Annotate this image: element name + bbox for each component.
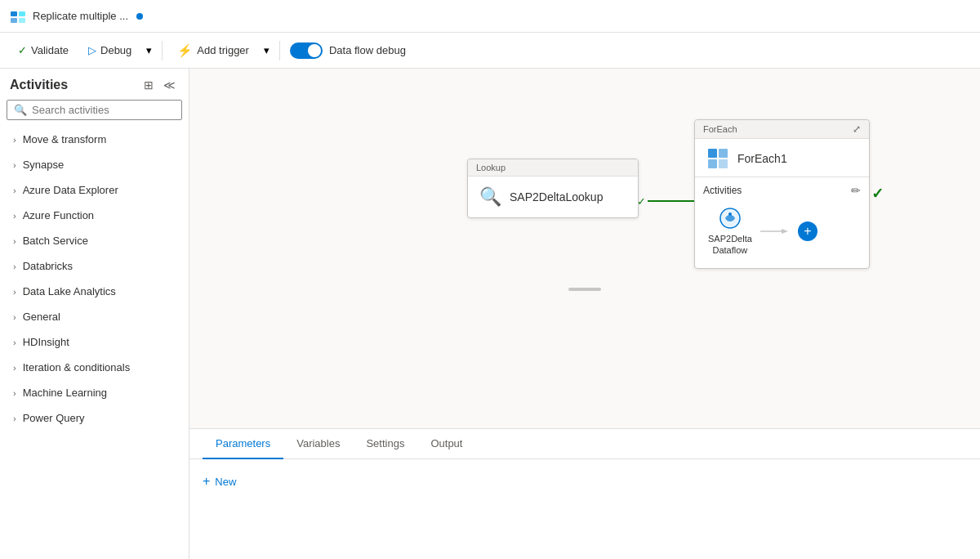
- data-flow-debug-toggle-container: Data flow debug: [290, 42, 406, 59]
- sidebar-item-machine-learning[interactable]: › Machine Learning: [0, 380, 189, 405]
- sidebar-item-power-query[interactable]: › Power Query: [0, 405, 189, 431]
- bottom-panel: Parameters Variables Settings Output + N…: [189, 428, 980, 559]
- svg-rect-0: [11, 11, 17, 16]
- foreach-node[interactable]: ForEach ⤢ ForEach1 Activities: [694, 119, 870, 269]
- inner-activities: SAP2Delta Dataflow +: [703, 203, 861, 260]
- sidebar-item-move-transform[interactable]: › Move & transform: [0, 127, 189, 152]
- sidebar-item-data-lake-analytics[interactable]: › Data Lake Analytics: [0, 279, 189, 304]
- pipeline-canvas[interactable]: Lookup 🔍 SAP2DeltaLookup ✓ ForEach ⤢: [189, 69, 980, 428]
- lookup-node[interactable]: Lookup 🔍 SAP2DeltaLookup: [467, 159, 639, 218]
- chevron-icon: ›: [13, 414, 16, 423]
- chevron-icon: ›: [13, 135, 16, 145]
- sidebar-item-hdinsight[interactable]: › HDInsight: [0, 329, 189, 355]
- sidebar-item-synapse[interactable]: › Synapse: [0, 152, 189, 177]
- add-activity-button[interactable]: +: [798, 221, 817, 241]
- sidebar-item-azure-function[interactable]: › Azure Function: [0, 203, 189, 228]
- lookup-node-body: 🔍 SAP2DeltaLookup: [468, 177, 638, 217]
- search-box: 🔍: [7, 100, 182, 120]
- sidebar-item-label: Data Lake Analytics: [23, 285, 116, 297]
- validate-button[interactable]: ✓ Validate: [10, 40, 77, 60]
- sidebar-filter-button[interactable]: ⊞: [140, 77, 157, 93]
- svg-rect-1: [11, 18, 17, 23]
- new-button-label: New: [215, 476, 236, 488]
- debug-dropdown-button[interactable]: ▾: [143, 40, 155, 60]
- top-bar: Replicate multiple ...: [0, 0, 980, 33]
- sidebar-item-iteration-conditionals[interactable]: › Iteration & conditionals: [0, 355, 189, 380]
- sidebar-items-list: › Move & transform › Synapse › Azure Dat…: [0, 127, 189, 559]
- sidebar-item-label: Iteration & conditionals: [23, 361, 131, 373]
- svg-marker-13: [782, 229, 788, 234]
- sidebar-item-label: HDInsight: [23, 336, 69, 348]
- sidebar-item-azure-data-explorer[interactable]: › Azure Data Explorer: [0, 177, 189, 203]
- foreach-icon: [706, 147, 729, 170]
- svg-point-11: [728, 212, 732, 216]
- scroll-hint: [568, 288, 601, 291]
- lookup-node-header: Lookup: [468, 159, 638, 177]
- toolbar-divider-1: [162, 41, 163, 60]
- chevron-icon: ›: [13, 363, 16, 373]
- tab-variables[interactable]: Variables: [283, 429, 353, 459]
- sidebar-item-label: Synapse: [23, 159, 65, 171]
- activities-row: Activities ✏: [703, 184, 861, 197]
- chevron-icon: ›: [13, 236, 16, 246]
- tab-output[interactable]: Output: [417, 429, 475, 459]
- sidebar-item-label: Databricks: [23, 260, 73, 272]
- toolbar-divider-2: [279, 41, 280, 60]
- sidebar-item-label: Move & transform: [23, 133, 107, 145]
- data-flow-debug-toggle[interactable]: [290, 42, 323, 59]
- activities-label: Activities: [703, 185, 742, 196]
- debug-icon: ▷: [88, 44, 96, 56]
- azure-df-icon: [10, 7, 28, 25]
- add-trigger-button[interactable]: ⚡ Add trigger: [169, 39, 257, 62]
- foreach-node-name: ForEach1: [737, 152, 787, 165]
- inner-arrow-svg: [760, 226, 790, 236]
- sidebar-item-general[interactable]: › General: [0, 304, 189, 329]
- svg-rect-6: [708, 149, 717, 158]
- inner-arrow-container: [760, 226, 790, 236]
- trigger-icon: ⚡: [177, 43, 193, 58]
- tab-settings[interactable]: Settings: [353, 429, 417, 459]
- sidebar-item-batch-service[interactable]: › Batch Service: [0, 228, 189, 253]
- foreach-success-icon: ✓: [871, 185, 884, 203]
- tab-parameters[interactable]: Parameters: [203, 429, 283, 459]
- svg-rect-9: [719, 159, 728, 168]
- sidebar-item-label: Azure Function: [23, 209, 94, 221]
- chevron-icon: ›: [13, 312, 16, 322]
- inner-dataflow-node[interactable]: SAP2Delta Dataflow: [708, 207, 752, 257]
- foreach-node-header: ForEach ⤢: [695, 120, 869, 139]
- edit-activities-button[interactable]: ✏: [851, 184, 861, 197]
- sidebar-item-label: Batch Service: [23, 235, 88, 247]
- chevron-icon: ›: [13, 338, 16, 347]
- dataflow-icon: [719, 207, 742, 230]
- foreach-title-row: ForEach1: [695, 139, 869, 177]
- lookup-icon: 🔍: [479, 186, 501, 208]
- search-input[interactable]: [32, 104, 175, 116]
- sidebar-item-label: Power Query: [23, 412, 85, 424]
- toolbar: ✓ Validate ▷ Debug ▾ ⚡ Add trigger ▾ Dat…: [0, 33, 980, 69]
- foreach-activities-section: Activities ✏ SAP2Delta Dataflow: [695, 177, 869, 268]
- sidebar-header: Activities ⊞ ≪: [0, 69, 189, 100]
- app-logo: Replicate multiple ...: [10, 7, 143, 25]
- main-layout: Activities ⊞ ≪ 🔍 › Move & transform › Sy…: [0, 69, 980, 559]
- toggle-knob: [308, 44, 321, 57]
- sidebar-item-label: Azure Data Explorer: [23, 184, 118, 196]
- svg-rect-3: [19, 18, 25, 23]
- inner-node-label: SAP2Delta Dataflow: [708, 233, 752, 257]
- sidebar-item-databricks[interactable]: › Databricks: [0, 253, 189, 279]
- bottom-tabs: Parameters Variables Settings Output: [189, 429, 980, 459]
- dirty-indicator: [136, 13, 143, 20]
- sidebar-item-label: General: [23, 311, 60, 323]
- chevron-icon: ›: [13, 287, 16, 297]
- svg-rect-2: [19, 11, 25, 16]
- trigger-dropdown-button[interactable]: ▾: [261, 40, 273, 60]
- chevron-down-icon-2: ▾: [264, 44, 270, 56]
- sidebar-header-actions: ⊞ ≪: [140, 77, 179, 93]
- check-icon: ✓: [637, 195, 646, 208]
- debug-button[interactable]: ▷ Debug: [80, 40, 140, 60]
- svg-rect-7: [719, 149, 728, 158]
- canvas-area: Lookup 🔍 SAP2DeltaLookup ✓ ForEach ⤢: [189, 69, 980, 559]
- sidebar: Activities ⊞ ≪ 🔍 › Move & transform › Sy…: [0, 69, 189, 559]
- sidebar-collapse-button[interactable]: ≪: [160, 77, 179, 93]
- new-parameter-button[interactable]: + New: [203, 471, 236, 492]
- maximize-button[interactable]: ⤢: [853, 123, 861, 135]
